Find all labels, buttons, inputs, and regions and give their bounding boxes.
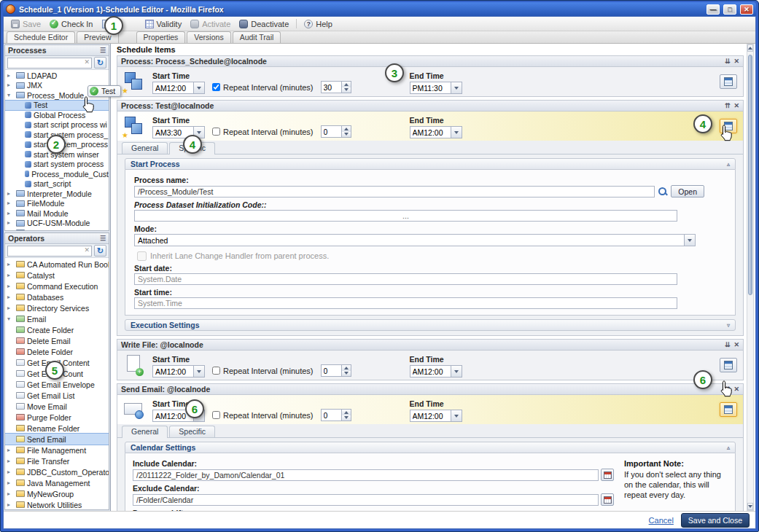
tree-item-ldapad[interactable]: ▸LDAPAD	[5, 71, 109, 81]
tree-item-create-folder[interactable]: Create Folder	[5, 324, 109, 335]
include-calendar-input[interactable]	[133, 469, 599, 481]
repeat-interval-checkbox[interactable]: Repeat Interval (minutes)	[212, 125, 314, 138]
tree-item-move-email[interactable]: Move Email	[5, 401, 109, 412]
tree-item-ca-automated-run-book[interactable]: ▸CA Automated Run Book	[5, 259, 109, 270]
calendar-settings-section-header[interactable]: Calendar Settings ▵	[125, 442, 736, 453]
check-in-button[interactable]: Check In	[46, 18, 96, 30]
scroll-up-icon[interactable]	[747, 44, 753, 52]
interval-spinner[interactable]	[321, 125, 351, 138]
spin-down-icon[interactable]	[342, 87, 351, 93]
tree-item-catalyst[interactable]: ▸Catalyst	[5, 270, 109, 281]
tree-item-email[interactable]: ▾Email	[5, 313, 109, 324]
save-button[interactable]: Save	[7, 18, 44, 30]
chevron-right-icon[interactable]: ▸	[7, 458, 14, 464]
collapse-section-icon[interactable]: ▵	[727, 161, 730, 168]
interval-input[interactable]	[322, 126, 341, 137]
chevron-right-icon[interactable]: ▸	[7, 82, 14, 88]
chevron-right-icon[interactable]: ▸	[7, 469, 14, 475]
chevron-right-icon[interactable]: ▸	[7, 480, 14, 486]
chevron-right-icon[interactable]: ▸	[7, 294, 14, 300]
exclude-calendar-input[interactable]	[133, 494, 599, 506]
tab-versions[interactable]: Versions	[187, 31, 230, 43]
chevron-right-icon[interactable]: ▸	[7, 200, 14, 206]
chevron-down-icon[interactable]	[451, 127, 462, 138]
chevron-down-icon[interactable]: ▾	[7, 93, 14, 98]
chevron-right-icon[interactable]: ▸	[7, 73, 14, 79]
end-time-combo[interactable]	[410, 126, 462, 138]
tree-item-ucf-usm-module[interactable]: ▸UCF-USM-Module	[5, 219, 109, 229]
tree-item-get-email-envelope[interactable]: Get Email Envelope	[5, 379, 109, 390]
item-header[interactable]: Process: Test@localnode ⇈ ✕	[117, 101, 743, 112]
mode-input[interactable]	[135, 235, 684, 246]
clear-search-icon[interactable]: ✕	[84, 58, 90, 66]
save-and-close-button[interactable]: Save and Close	[681, 513, 750, 528]
chevron-right-icon[interactable]: ▸	[7, 305, 14, 311]
validity-button[interactable]: Validity	[141, 18, 186, 30]
activate-button[interactable]: Activate	[187, 18, 234, 30]
end-time-input[interactable]	[410, 366, 451, 377]
expand-icon[interactable]: ⇊	[725, 341, 731, 348]
tree-item-java-management[interactable]: ▸Java Management	[5, 477, 109, 488]
expand-icon[interactable]: ⇊	[725, 58, 731, 65]
chevron-right-icon[interactable]: ▸	[7, 283, 14, 289]
item-settings-button[interactable]	[720, 358, 737, 372]
chevron-down-icon[interactable]: ▾	[7, 316, 14, 322]
tree-item-procedure-editor[interactable]: ▸Procedure_editor	[5, 228, 109, 230]
start-time-input[interactable]	[153, 366, 193, 377]
spin-down-icon[interactable]	[342, 132, 351, 138]
tree-item-network-utilities[interactable]: ▸Network Utilities	[5, 499, 109, 509]
tab-schedule-editor[interactable]: Schedule Editor	[7, 31, 75, 43]
chevron-right-icon[interactable]: ▸	[7, 273, 14, 278]
deactivate-button[interactable]: Deactivate	[236, 18, 292, 30]
tree-item-purge-folder[interactable]: Purge Folder	[5, 412, 109, 423]
item-settings-button[interactable]	[720, 74, 737, 89]
chevron-down-icon[interactable]	[193, 82, 204, 93]
calendar-picker-button[interactable]	[601, 469, 614, 481]
chevron-down-icon[interactable]	[684, 235, 695, 246]
end-time-combo[interactable]	[410, 365, 462, 378]
repeat-interval-check[interactable]	[212, 83, 220, 91]
end-time-input[interactable]	[410, 82, 451, 93]
interval-spinner[interactable]	[321, 81, 351, 93]
interval-spinner[interactable]	[321, 364, 351, 377]
tree-item-databases[interactable]: ▸Databases	[5, 292, 109, 302]
repeat-interval-check[interactable]	[212, 411, 220, 419]
interval-input[interactable]	[322, 365, 341, 376]
tab-general[interactable]: General	[122, 426, 168, 438]
start-time-field-input[interactable]	[134, 297, 677, 309]
chevron-right-icon[interactable]: ▸	[7, 447, 14, 453]
restore-button[interactable]: □	[723, 4, 736, 15]
item-header[interactable]: Process: Process_Schedule@localnode ⇊ ✕	[117, 56, 743, 67]
end-time-combo[interactable]	[410, 410, 462, 422]
remove-item-icon[interactable]: ✕	[733, 386, 739, 393]
tab-general[interactable]: General	[122, 142, 168, 154]
refresh-icon[interactable]: ↻	[94, 245, 106, 257]
chevron-right-icon[interactable]: ▸	[7, 491, 14, 497]
repeat-interval-check[interactable]	[212, 367, 220, 375]
remove-item-icon[interactable]: ✕	[733, 58, 739, 65]
search-icon[interactable]	[658, 187, 668, 197]
close-button[interactable]: ✕	[740, 4, 753, 15]
collapse-section-icon[interactable]: ▵	[727, 445, 730, 451]
inherit-lane-change-checkbox[interactable]: Inherit Lane Change Handler from parent …	[137, 251, 726, 261]
clear-search-icon[interactable]: ✕	[84, 246, 90, 254]
tree-item-mail-module[interactable]: ▸Mail Module	[5, 208, 109, 219]
tree-item-delete-folder[interactable]: Delete Folder	[5, 346, 109, 357]
tree-item-rename-folder[interactable]: Rename Folder	[5, 423, 109, 434]
start-date-input[interactable]	[134, 273, 677, 285]
repeat-interval-checkbox[interactable]: Repeat Interval (minutes)	[212, 81, 314, 93]
tree-item-send-email[interactable]: Send Email	[5, 434, 109, 445]
interval-input[interactable]	[322, 82, 341, 93]
chevron-down-icon[interactable]	[451, 410, 462, 421]
chevron-down-icon[interactable]	[451, 82, 462, 93]
tree-item-start-script-process-wi[interactable]: start script process wi	[5, 120, 109, 130]
start-time-combo[interactable]	[152, 365, 205, 378]
tree-item-mynewgroup[interactable]: ▸MyNewGroup	[5, 488, 109, 499]
tab-properties[interactable]: Properties	[136, 31, 186, 43]
item-settings-button[interactable]	[720, 402, 737, 417]
calendar-picker-button[interactable]	[601, 493, 614, 506]
spin-up-icon[interactable]	[342, 410, 351, 415]
start-process-section-header[interactable]: Start Process ▵	[125, 158, 736, 170]
end-time-combo[interactable]	[410, 82, 462, 94]
chevron-right-icon[interactable]: ▸	[7, 191, 14, 197]
